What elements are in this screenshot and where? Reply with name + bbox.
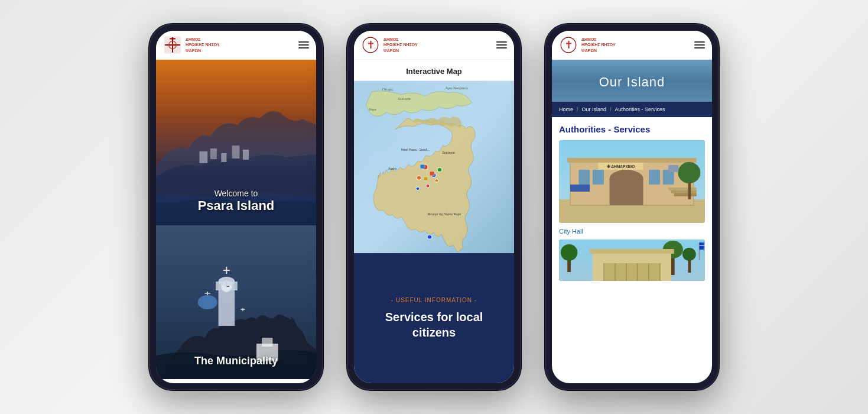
svg-rect-9	[210, 148, 217, 159]
second-location-image	[559, 240, 705, 281]
services-line-2: citizens	[412, 326, 456, 339]
useful-info-label: - USEFUL INFORMATION -	[391, 297, 477, 303]
phone-1-hero: Welcome to Psara Island	[156, 60, 316, 225]
phone-1-header: ✝ ΔΗΜΟΣ ΗΡΩΙΚΗΣ ΝΗΣΟΥ ΨΑΡΩΝ	[156, 31, 316, 60]
phone-1-screen: ✝ ΔΗΜΟΣ ΗΡΩΙΚΗΣ ΝΗΣΟΥ ΨΑΡΩΝ	[156, 31, 316, 383]
svg-rect-90	[700, 242, 706, 250]
city-hall-label: City Hall	[559, 228, 705, 235]
svg-text:✝: ✝	[564, 39, 573, 51]
island-name: Psara Island	[156, 198, 316, 214]
authorities-title: Authorities - Services	[559, 124, 705, 134]
svg-rect-71	[570, 185, 590, 192]
svg-text:Hotel Psara - Ξενοδ...: Hotel Psara - Ξενοδ...	[401, 148, 430, 151]
welcome-line: Welcome to	[156, 189, 316, 198]
svg-rect-40	[420, 164, 425, 169]
phone-2-logo: ✝ ΔΗΜΟΣ ΗΡΩΙΚΗΣ ΝΗΣΟΥ ΨΑΡΩΝ	[361, 35, 418, 54]
svg-point-35	[417, 176, 421, 180]
svg-point-38	[416, 187, 420, 190]
phone-3-coat-icon: ✝	[559, 35, 578, 54]
our-island-hero-title: Our Island	[561, 75, 703, 90]
services-title: Services for local citizens	[385, 309, 483, 340]
svg-rect-66	[668, 187, 697, 190]
interactive-map-label: Interactive Map	[406, 67, 462, 76]
phone-3-logo-text: ΔΗΜΟΣ ΗΡΩΙΚΗΣ ΝΗΣΟΥ ΨΑΡΩΝ	[581, 37, 616, 53]
phone-2-map-title: Interactive Map	[354, 60, 514, 81]
phone-3-breadcrumb: Home / Our Island / Authorities - Servic…	[552, 102, 712, 117]
phone-2-header: ✝ ΔΗΜΟΣ ΗΡΩΙΚΗΣ ΝΗΣΟΥ ΨΑΡΩΝ	[354, 31, 514, 60]
svg-rect-12	[243, 150, 249, 160]
svg-point-51	[427, 235, 432, 239]
second-img-svg	[559, 240, 705, 281]
city-hall-svg: ✙ ΔΗΜΑΡΧΕΙΟ	[559, 140, 705, 223]
phone-2-info-section: - USEFUL INFORMATION - Services for loca…	[354, 253, 514, 383]
svg-text:Λιμάνι: Λιμάνι	[388, 167, 396, 170]
svg-point-79	[682, 248, 696, 261]
map-svg: Πτυχές Αγιο Νικολάου Ψαρά Εκκλησία Hotel…	[354, 81, 514, 253]
svg-rect-59	[578, 170, 590, 185]
svg-text:✙ ΔΗΜΑΡΧΕΙΟ: ✙ ΔΗΜΑΡΧΕΙΟ	[607, 164, 635, 169]
svg-rect-61	[649, 170, 660, 185]
phone-1-menu-button[interactable]	[298, 41, 309, 48]
phone-1-welcome-text: Welcome to Psara Island	[156, 189, 316, 214]
svg-point-70	[678, 162, 700, 183]
svg-point-37	[426, 185, 430, 187]
svg-text:Εκκλησία: Εκκλησία	[398, 98, 411, 101]
breadcrumb-home[interactable]: Home	[559, 106, 573, 112]
svg-point-20	[219, 277, 235, 286]
svg-point-75	[561, 244, 578, 261]
svg-rect-63	[567, 158, 697, 163]
svg-point-58	[610, 170, 643, 187]
phone-3-menu-button[interactable]	[694, 41, 705, 48]
phone-3-logo: ✝ ΔΗΜΟΣ ΗΡΩΙΚΗΣ ΝΗΣΟΥ ΨΑΡΩΝ	[559, 35, 616, 54]
svg-text:Ψαρά: Ψαρά	[369, 108, 376, 111]
svg-rect-67	[671, 190, 697, 193]
breadcrumb-sep-1: /	[577, 106, 578, 112]
phone-3-hero: Our Island	[552, 60, 712, 102]
svg-text:✝: ✝	[366, 39, 375, 51]
svg-rect-81	[590, 249, 674, 254]
phone-3: ✝ ΔΗΜΟΣ ΗΡΩΙΚΗΣ ΝΗΣΟΥ ΨΑΡΩΝ	[545, 24, 719, 390]
phone-1-municipality: The Municipality	[156, 225, 316, 379]
svg-rect-11	[232, 145, 240, 159]
phone-2-menu-button[interactable]	[496, 41, 507, 48]
phone-1-logo: ✝ ΔΗΜΟΣ ΗΡΩΙΚΗΣ ΝΗΣΟΥ ΨΑΡΩΝ	[163, 35, 220, 54]
phone-1-logo-text: ΔΗΜΟΣ ΗΡΩΙΚΗΣ ΝΗΣΟΥ ΨΑΡΩΝ	[186, 37, 220, 53]
svg-rect-68	[674, 193, 697, 196]
svg-text:Εκκλησία: Εκκλησία	[443, 151, 455, 154]
phone-2-map[interactable]: Πτυχές Αγιο Νικολάου Ψαρά Εκκλησία Hotel…	[354, 81, 514, 253]
phone-2: ✝ ΔΗΜΟΣ ΗΡΩΙΚΗΣ ΝΗΣΟΥ ΨΑΡΩΝ	[347, 24, 521, 390]
svg-rect-60	[593, 170, 604, 185]
breadcrumb-our-island[interactable]: Our Island	[582, 106, 607, 112]
phone-3-content: Authorities - Services	[552, 117, 712, 288]
city-hall-image: ✙ ΔΗΜΑΡΧΕΙΟ	[559, 140, 705, 223]
breadcrumb-sep-2: /	[610, 106, 612, 112]
svg-text:Αγιο Νικολάου: Αγιο Νικολάου	[446, 86, 468, 90]
municipality-text: The Municipality	[194, 355, 278, 367]
phone-2-screen: ✝ ΔΗΜΟΣ ΗΡΩΙΚΗΣ ΝΗΣΟΥ ΨΑΡΩΝ	[354, 31, 514, 383]
phone-1: ✝ ΔΗΜΟΣ ΗΡΩΙΚΗΣ ΝΗΣΟΥ ΨΑΡΩΝ	[149, 24, 323, 390]
svg-point-23	[198, 295, 217, 309]
svg-point-39	[435, 179, 438, 182]
svg-rect-8	[199, 151, 207, 163]
svg-point-36	[437, 167, 442, 172]
svg-rect-29	[262, 338, 272, 347]
svg-text:✝: ✝	[171, 43, 175, 48]
phone-2-coat-icon: ✝	[361, 35, 380, 54]
svg-text:Πτυχές: Πτυχές	[382, 88, 394, 92]
breadcrumb-authorities[interactable]: Authorities - Services	[615, 106, 665, 112]
coat-of-arms-icon: ✝	[163, 35, 182, 54]
services-line-1: Services for local	[385, 310, 483, 324]
svg-text:Μέγαρο της Νήσου Ψαρά: Μέγαρο της Νήσου Ψαρά	[428, 213, 461, 216]
svg-rect-72	[668, 165, 678, 172]
svg-rect-41	[430, 172, 434, 176]
phone-3-screen: ✝ ΔΗΜΟΣ ΗΡΩΙΚΗΣ ΝΗΣΟΥ ΨΑΡΩΝ	[552, 31, 712, 383]
phones-container: ✝ ΔΗΜΟΣ ΗΡΩΙΚΗΣ ΝΗΣΟΥ ΨΑΡΩΝ	[137, 12, 731, 402]
phone-2-logo-text: ΔΗΜΟΣ ΗΡΩΙΚΗΣ ΝΗΣΟΥ ΨΑΡΩΝ	[383, 37, 418, 53]
phone-3-header: ✝ ΔΗΜΟΣ ΗΡΩΙΚΗΣ ΝΗΣΟΥ ΨΑΡΩΝ	[552, 31, 712, 60]
svg-rect-10	[221, 153, 226, 162]
svg-rect-42	[424, 177, 428, 180]
svg-rect-82	[604, 263, 660, 281]
